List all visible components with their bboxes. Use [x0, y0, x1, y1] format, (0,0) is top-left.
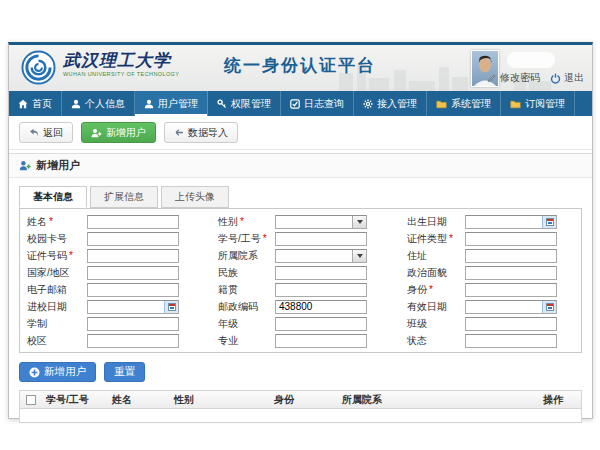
student-id-input[interactable]: [275, 232, 367, 246]
field-status: 状态: [407, 334, 581, 348]
gear-icon: [363, 99, 373, 109]
field-label: 邮政编码: [218, 300, 275, 314]
main-nav: 首页 个人信息 用户管理 权限管理 日志查询 接入管理 系统管理 订阅管理: [9, 91, 592, 116]
header-cell-checkbox: [20, 395, 42, 405]
required-asterisk: *: [429, 284, 433, 295]
chevron-down-icon[interactable]: [352, 250, 366, 262]
pencil-icon: [487, 73, 497, 83]
import-arrow-icon: [174, 128, 184, 137]
key-icon: [217, 99, 227, 109]
country-region-input[interactable]: [87, 266, 179, 280]
political-status-input[interactable]: [465, 266, 557, 280]
field-label: 电子邮箱: [27, 283, 87, 297]
field-label: 国家/地区: [27, 266, 87, 280]
required-asterisk: *: [49, 216, 53, 227]
field-label: 性别*: [218, 215, 275, 229]
reset-button[interactable]: 重置: [104, 362, 145, 382]
nav-tab-log-query[interactable]: 日志查询: [281, 91, 354, 116]
field-education-length: 学制: [27, 317, 218, 331]
valid-date-input[interactable]: [465, 300, 557, 314]
field-label: 身份*: [407, 283, 465, 297]
nav-tab-personal-info[interactable]: 个人信息: [62, 91, 135, 116]
app-header: 武汉理工大学 WUHAN UNIVERSITY OF TECHNOLOGY 统一…: [9, 45, 592, 91]
logout-link[interactable]: 退出: [550, 71, 584, 85]
home-icon: [18, 99, 28, 109]
chevron-down-icon[interactable]: [352, 216, 366, 228]
cityscape-silhouette: [439, 67, 449, 91]
form-row: 校区 专业 状态: [20, 332, 581, 349]
nav-tab-label: 接入管理: [377, 97, 417, 111]
gender-select[interactable]: [275, 215, 367, 229]
nav-tab-user-management[interactable]: 用户管理: [135, 91, 208, 116]
redacted-name-area: [507, 52, 555, 68]
field-birth-date: 出生日期: [407, 215, 581, 229]
id-type-input[interactable]: [465, 232, 557, 246]
field-native-place: 籍贯: [218, 283, 407, 297]
nav-tab-label: 系统管理: [451, 97, 491, 111]
nav-tab-home[interactable]: 首页: [9, 91, 62, 116]
required-asterisk: *: [449, 233, 453, 244]
new-user-toolbar-button[interactable]: 新增用户: [81, 122, 156, 143]
nav-tab-permission-management[interactable]: 权限管理: [208, 91, 281, 116]
university-logo: [21, 50, 56, 85]
column-header-department: 所属院系: [338, 393, 539, 407]
cityscape-silhouette: [409, 81, 435, 91]
class-input[interactable]: [465, 317, 557, 331]
field-name: 姓名*: [27, 215, 218, 229]
field-campus: 校区: [27, 334, 218, 348]
postal-code-input[interactable]: [275, 300, 367, 314]
field-country-region: 国家/地区: [27, 266, 218, 280]
field-student-id: 学号/工号*: [218, 232, 407, 246]
entry-date-input[interactable]: [87, 300, 179, 314]
id-number-input[interactable]: [87, 249, 179, 263]
name-input[interactable]: [87, 215, 179, 229]
back-button[interactable]: 返回: [19, 122, 73, 143]
ethnicity-input[interactable]: [275, 266, 367, 280]
tab-basic-info[interactable]: 基本信息: [19, 186, 87, 208]
data-import-button[interactable]: 数据导入: [164, 122, 238, 143]
email-input[interactable]: [87, 283, 179, 297]
field-label: 班级: [407, 317, 465, 331]
field-label: 有效日期: [407, 300, 465, 314]
change-password-link[interactable]: 修改密码: [487, 71, 540, 85]
campus-card-input[interactable]: [87, 232, 179, 246]
platform-title: 统一身份认证平台: [224, 54, 376, 77]
native-place-input[interactable]: [275, 283, 367, 297]
nav-tab-subscription-management[interactable]: 订阅管理: [501, 91, 575, 116]
user-add-icon: [91, 128, 102, 138]
department-select[interactable]: [275, 249, 367, 263]
education-length-input[interactable]: [87, 317, 179, 331]
folder-icon: [510, 99, 521, 109]
required-asterisk: *: [240, 216, 244, 227]
field-label: 学制: [27, 317, 87, 331]
field-class: 班级: [407, 317, 581, 331]
submit-button-label: 新增用户: [44, 365, 86, 379]
nav-tab-access-management[interactable]: 接入管理: [354, 91, 427, 116]
university-name-en: WUHAN UNIVERSITY OF TECHNOLOGY: [63, 71, 179, 77]
nav-tab-system-management[interactable]: 系统管理: [427, 91, 501, 116]
campus-input[interactable]: [87, 334, 179, 348]
tab-upload-avatar[interactable]: 上传头像: [161, 186, 229, 208]
address-input[interactable]: [465, 249, 557, 263]
form-row: 学制 年级 班级: [20, 315, 581, 332]
submit-new-user-button[interactable]: 新增用户: [19, 362, 96, 382]
nav-tab-label: 权限管理: [231, 97, 271, 111]
logout-label: 退出: [564, 71, 584, 85]
birth-date-input[interactable]: [465, 215, 557, 229]
grade-input[interactable]: [275, 317, 367, 331]
major-input[interactable]: [275, 334, 367, 348]
field-label: 所属院系: [218, 249, 275, 263]
power-icon: [550, 73, 561, 84]
calendar-icon[interactable]: [164, 301, 178, 313]
toolbar: 返回 新增用户 数据导入: [9, 116, 592, 150]
panel-heading: 新增用户: [9, 153, 592, 178]
calendar-icon[interactable]: [542, 216, 556, 228]
header-links: 修改密码 退出: [487, 71, 584, 85]
select-all-checkbox[interactable]: [26, 395, 36, 405]
tab-extended-info[interactable]: 扩展信息: [90, 186, 158, 208]
field-label: 进校日期: [27, 300, 87, 314]
status-input[interactable]: [465, 334, 557, 348]
identity-input[interactable]: [465, 283, 557, 297]
field-label: 学号/工号*: [218, 232, 275, 246]
calendar-icon[interactable]: [542, 301, 556, 313]
